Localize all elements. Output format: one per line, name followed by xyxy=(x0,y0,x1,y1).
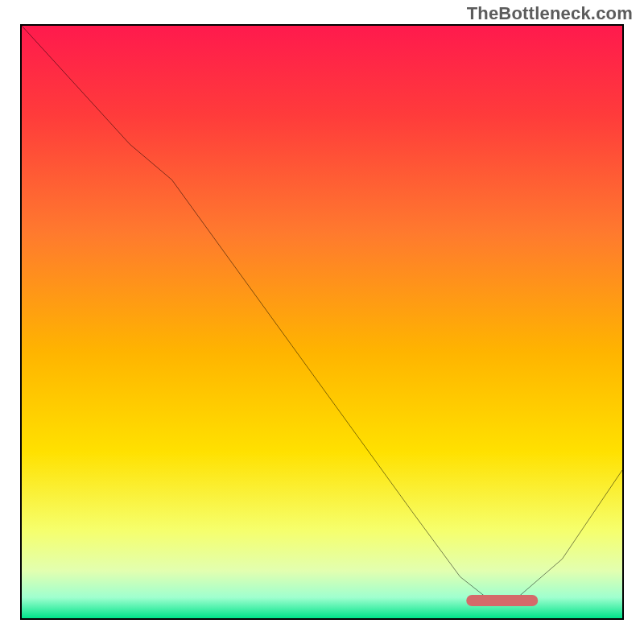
svg-rect-0 xyxy=(22,26,622,618)
chart-minimum-marker xyxy=(466,595,539,606)
watermark-text: TheBottleneck.com xyxy=(467,3,633,24)
chart-gradient-background xyxy=(22,26,622,618)
chart-plot-area xyxy=(20,24,624,620)
